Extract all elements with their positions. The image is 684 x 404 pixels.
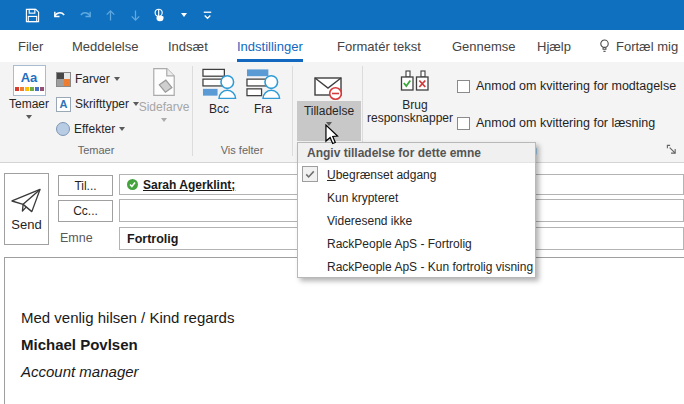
read-receipt-label[interactable]: Anmod om kvittering for læsning xyxy=(476,116,655,130)
send-icon xyxy=(10,186,43,215)
tab-indstillinger[interactable]: Indstillinger xyxy=(237,30,303,62)
themes-icon-letters: Aa xyxy=(21,71,38,85)
theme-fonts-icon: A xyxy=(56,97,71,112)
themes-icon-color-squares xyxy=(15,87,44,91)
group-separator xyxy=(192,66,193,156)
touch-mode-dropdown-icon[interactable] xyxy=(181,13,187,17)
to-button[interactable]: Til... xyxy=(58,175,113,196)
menu-item-label: RackPeople ApS - Kun fortrolig visning xyxy=(327,260,533,274)
theme-fonts-label: Skrifttyper xyxy=(75,97,129,111)
menu-item-accelerator: U xyxy=(327,168,336,182)
lightbulb-icon xyxy=(598,38,611,55)
tab-fortael-mig-label: Fortæl mig xyxy=(616,39,678,54)
theme-colors-icon xyxy=(56,72,71,87)
theme-colors-dropdown-icon xyxy=(114,77,120,81)
menu-item-label: RackPeople ApS - Fortrolig xyxy=(327,237,472,251)
bcc-label: Bcc xyxy=(209,103,229,116)
send-button[interactable]: Send xyxy=(4,173,49,245)
theme-colors-label: Farver xyxy=(75,72,110,86)
themes-dropdown-icon xyxy=(26,115,32,119)
menu-item-unrestricted-access[interactable]: Ubegrænset adgang xyxy=(298,163,535,186)
voting-buttons-label-line2: responsknapper xyxy=(367,112,453,125)
menu-item-do-not-forward[interactable]: Videresend ikke xyxy=(298,209,535,232)
menu-item-rackpeople-confidential-view-only[interactable]: RackPeople ApS - Kun fortrolig visning xyxy=(298,255,535,278)
bcc-icon xyxy=(202,65,237,101)
tab-gennemse[interactable]: Gennemse xyxy=(452,30,516,62)
signature-line-3: Account manager xyxy=(21,358,234,385)
permission-icon xyxy=(297,65,361,101)
tab-meddelelse[interactable]: Meddelelse xyxy=(72,30,139,62)
customize-quick-access-icon[interactable] xyxy=(199,7,215,23)
bcc-button[interactable]: Bcc xyxy=(197,65,241,116)
tab-formater-tekst[interactable]: Formatér tekst xyxy=(337,30,421,62)
signature-line-1: Med venlig hilsen / Kind regards xyxy=(21,304,234,331)
page-color-icon xyxy=(151,65,177,99)
page-color-label: Sidefarve xyxy=(139,101,190,114)
theme-effects-icon xyxy=(56,122,70,136)
show-fields-group-label: Vis felter xyxy=(192,144,292,156)
group-separator xyxy=(292,66,293,156)
subject-label: Emne xyxy=(60,231,93,245)
voting-buttons-button[interactable]: Brug responsknapper xyxy=(368,65,462,125)
permission-menu: Angiv tilladelse for dette emne Ubegræns… xyxy=(297,142,536,278)
page-color-button: Sidefarve xyxy=(138,65,190,122)
permission-menu-header: Angiv tilladelse for dette emne xyxy=(298,143,535,163)
theme-effects-button[interactable]: Effekter xyxy=(56,119,125,139)
tab-fortael-mig[interactable]: Fortæl mig xyxy=(598,30,678,62)
themes-button-label: Temaer xyxy=(9,98,49,111)
themes-button[interactable]: Aa Temaer xyxy=(6,65,52,119)
theme-colors-button[interactable]: Farver xyxy=(56,69,120,89)
tab-hjaelp[interactable]: Hjælp xyxy=(537,30,571,62)
theme-fonts-button[interactable]: A Skrifttyper xyxy=(56,94,139,114)
outlook-compose-window: Filer Meddelelse Indsæt Indstillinger Fo… xyxy=(0,0,684,404)
from-icon xyxy=(246,65,281,101)
tab-indsaet[interactable]: Indsæt xyxy=(168,30,208,62)
read-receipt-checkbox[interactable] xyxy=(457,117,470,130)
subject-value: Fortrolig xyxy=(127,232,178,246)
ribbon-tab-row: Filer Meddelelse Indsæt Indstillinger Fo… xyxy=(0,30,684,62)
menu-item-label: Kun krypteret xyxy=(327,191,398,205)
themes-icon: Aa xyxy=(13,65,46,96)
to-recipient[interactable]: Sarah Agerklint; xyxy=(143,178,235,192)
title-bar xyxy=(0,0,684,30)
save-icon[interactable] xyxy=(24,7,40,23)
theme-effects-label: Effekter xyxy=(74,122,115,136)
menu-item-label: begrænset adgang xyxy=(336,168,437,182)
from-button[interactable]: Fra xyxy=(243,65,283,116)
cc-button[interactable]: Cc... xyxy=(58,200,113,222)
send-label: Send xyxy=(11,217,41,232)
delivery-receipt-checkbox[interactable] xyxy=(457,80,470,93)
move-down-icon xyxy=(127,7,143,23)
touch-mode-icon[interactable] xyxy=(152,7,168,23)
signature-line-2: Michael Povlsen xyxy=(21,331,234,358)
voting-buttons-icon xyxy=(400,65,430,97)
undo-icon[interactable] xyxy=(51,7,67,23)
menu-item-rackpeople-confidential[interactable]: RackPeople ApS - Fortrolig xyxy=(298,232,535,255)
page-color-dropdown-icon xyxy=(161,118,167,122)
delivery-receipt-label[interactable]: Anmod om kvittering for modtagelse xyxy=(476,79,676,93)
mouse-cursor xyxy=(324,124,340,146)
redo-icon xyxy=(77,7,93,23)
menu-item-label: Videresend ikke xyxy=(327,214,412,228)
themes-group-label: Temaer xyxy=(0,144,192,156)
tracking-dialog-launcher-icon[interactable] xyxy=(666,144,677,155)
tab-filer[interactable]: Filer xyxy=(18,30,43,62)
theme-effects-dropdown-icon xyxy=(119,127,125,131)
move-up-icon xyxy=(102,7,118,23)
menu-item-encrypt-only[interactable]: Kun krypteret xyxy=(298,186,535,209)
permission-button-label: Tilladelse xyxy=(304,104,354,118)
message-body[interactable]: Med venlig hilsen / Kind regards Michael… xyxy=(4,257,684,404)
from-label: Fra xyxy=(254,103,272,116)
signature: Med venlig hilsen / Kind regards Michael… xyxy=(21,304,234,385)
checked-icon xyxy=(302,166,318,182)
presence-available-icon xyxy=(127,179,138,190)
